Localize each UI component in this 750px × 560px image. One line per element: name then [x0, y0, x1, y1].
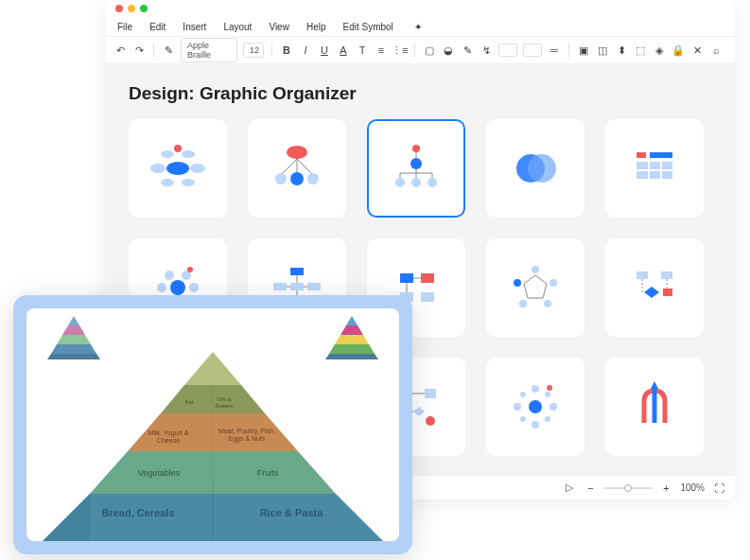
svg-rect-42 — [290, 268, 304, 275]
svg-point-71 — [529, 400, 542, 413]
svg-marker-83 — [68, 316, 79, 325]
svg-rect-66 — [663, 289, 672, 296]
bullets-icon[interactable]: ⋮≡ — [393, 44, 407, 57]
svg-point-37 — [165, 271, 174, 280]
italic-icon[interactable]: I — [299, 44, 312, 57]
format-painter-icon[interactable]: ✎ — [162, 44, 175, 57]
maximize-window-button[interactable] — [140, 5, 148, 12]
template-org-chart[interactable] — [367, 119, 465, 218]
svg-rect-51 — [400, 273, 413, 283]
svg-rect-64 — [661, 271, 672, 279]
close-window-button[interactable] — [115, 5, 123, 12]
fill-color-box[interactable] — [498, 44, 517, 57]
redo-icon[interactable]: ↷ — [132, 44, 146, 57]
align-left-icon[interactable]: ≡ — [375, 44, 388, 57]
fill-icon[interactable]: ◒ — [442, 44, 455, 57]
bold-icon[interactable]: B — [280, 44, 293, 57]
svg-point-25 — [427, 178, 437, 187]
shape-icon[interactable]: ◫ — [596, 44, 609, 57]
svg-point-27 — [528, 154, 556, 183]
svg-marker-88 — [346, 316, 358, 325]
svg-point-62 — [514, 279, 521, 287]
svg-point-73 — [532, 421, 539, 429]
pyramid-label-milk: Milk, Yogurt & Cheese — [140, 429, 197, 444]
svg-point-59 — [549, 279, 557, 287]
font-color-icon[interactable]: A — [337, 44, 350, 57]
svg-point-3 — [161, 150, 174, 158]
font-size-select[interactable]: 12 — [243, 43, 264, 58]
menu-view[interactable]: View — [269, 22, 289, 32]
line-style-icon[interactable]: ═ — [548, 44, 561, 57]
svg-point-34 — [170, 280, 185, 295]
svg-point-0 — [166, 162, 189, 175]
zoom-out-icon[interactable]: − — [584, 481, 597, 495]
menu-edit-symbol[interactable]: Edit Symbol — [342, 22, 392, 32]
toolbar: ↶ ↷ ✎ Apple Braille 12 B I U A T ≡ ⋮≡ ▢ … — [106, 36, 735, 64]
svg-marker-65 — [644, 287, 659, 298]
menu-help[interactable]: Help — [306, 22, 326, 32]
zoom-value: 100% — [680, 482, 705, 493]
menu-layout[interactable]: Layout — [223, 22, 252, 32]
line-icon[interactable]: ✎ — [461, 44, 474, 57]
template-decision-flow[interactable] — [605, 238, 704, 337]
template-cluster-map[interactable] — [129, 119, 227, 218]
svg-rect-45 — [307, 283, 321, 290]
template-table-chart[interactable] — [605, 119, 704, 218]
text-size-icon[interactable]: T — [356, 44, 369, 57]
settings-icon[interactable]: ✕ — [690, 44, 704, 57]
menu-file[interactable]: File — [117, 22, 132, 32]
svg-line-11 — [297, 159, 313, 175]
svg-marker-102 — [184, 352, 241, 385]
template-venn-diagram[interactable] — [486, 119, 584, 218]
svg-point-76 — [520, 392, 526, 397]
svg-marker-57 — [524, 275, 547, 298]
svg-point-77 — [545, 392, 550, 397]
pyramid-label-meat: Meat, Poultry, Fish, Eggs & Nuts — [214, 428, 280, 442]
connector-icon[interactable]: ↯ — [480, 44, 493, 57]
underline-icon[interactable]: U — [318, 44, 331, 57]
zoom-slider[interactable] — [604, 487, 652, 489]
svg-point-5 — [161, 179, 174, 186]
svg-point-36 — [189, 283, 199, 292]
template-radial-burst[interactable] — [486, 358, 584, 456]
page-title: Design: Graphic Organizer — [129, 83, 712, 104]
undo-icon[interactable]: ↶ — [113, 44, 127, 57]
svg-rect-43 — [273, 283, 287, 290]
text-box-icon[interactable]: ▢ — [423, 44, 436, 57]
svg-rect-30 — [637, 162, 672, 169]
svg-rect-63 — [637, 271, 648, 279]
lock-icon[interactable]: 🔒 — [672, 44, 685, 57]
svg-point-8 — [287, 146, 307, 159]
arrange-icon[interactable]: ⬍ — [615, 44, 628, 57]
svg-point-17 — [410, 158, 422, 169]
pyramid-canvas[interactable]: Bread, Cereals Rice & Pasta Vegetables F… — [26, 308, 399, 541]
template-spider-web[interactable] — [486, 238, 584, 337]
fullscreen-icon[interactable]: ⛶ — [712, 481, 725, 495]
play-icon[interactable]: ▷ — [563, 481, 576, 495]
svg-point-12 — [275, 173, 287, 184]
font-select[interactable]: Apple Braille — [181, 38, 237, 62]
line-color-box[interactable] — [523, 44, 542, 57]
template-hierarchy-tree[interactable] — [248, 119, 346, 218]
pyramid-label-rice: Rice & Pasta — [244, 507, 339, 518]
pyramid-label-oils: Oils & Sweets — [208, 396, 240, 409]
zoom-in-icon[interactable]: + — [659, 481, 672, 495]
svg-point-75 — [549, 403, 557, 411]
copilot-icon[interactable]: ✦ — [414, 22, 422, 32]
pyramid-label-veg: Vegetables — [121, 469, 197, 479]
image-icon[interactable]: ▣ — [577, 44, 590, 57]
layers-icon[interactable]: ◈ — [653, 44, 666, 57]
search-icon[interactable]: ⌕ — [709, 44, 723, 57]
minimize-window-button[interactable] — [128, 5, 135, 12]
menu-edit[interactable]: Edit — [149, 22, 166, 32]
pyramid-editor-overlay: Bread, Cereals Rice & Pasta Vegetables F… — [13, 295, 412, 554]
svg-point-41 — [187, 267, 193, 272]
pyramid-label-fat: Fat — [178, 399, 201, 406]
group-icon[interactable]: ⬚ — [634, 44, 647, 57]
pyramid-label-bread: Bread, Cereals — [91, 507, 185, 518]
template-merge-split[interactable] — [605, 358, 704, 456]
svg-point-79 — [545, 416, 550, 422]
menu-insert[interactable]: Insert — [183, 22, 206, 32]
svg-point-1 — [150, 164, 166, 173]
svg-marker-94 — [43, 494, 90, 541]
